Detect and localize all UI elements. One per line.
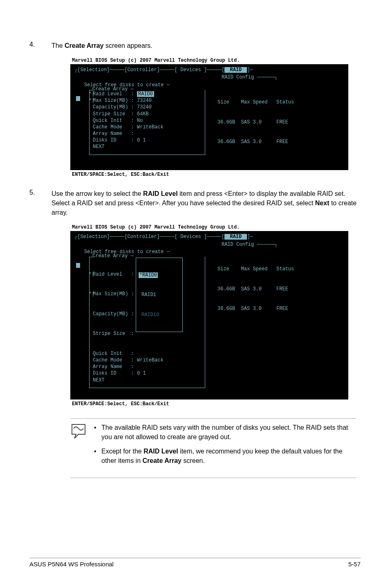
note-list: The available RAID sets vary with the nu…: [94, 423, 356, 471]
page-footer: ASUS P5N64 WS Professional 5-57: [29, 558, 361, 568]
note-icon: [70, 423, 87, 439]
footer-left: ASUS P5N64 WS Professional: [29, 561, 114, 568]
note-item: The available RAID sets vary with the nu…: [94, 423, 356, 442]
bios-screenshot-2: Marvell BIOS Setup (c) 2007 Marvell Tech…: [70, 224, 348, 406]
scrollbar-icon: [76, 263, 80, 268]
capacity-row[interactable]: Capacity(MB) :: [93, 311, 134, 317]
raid-config-label: RAID Config ──────┐: [74, 241, 344, 248]
create-array-panel: Create Array ─ *│Raid Level : *│Max Size…: [74, 253, 205, 388]
raid-level-row[interactable]: *│Raid Level :: [93, 271, 134, 278]
max-size-row[interactable]: *│Max Size(MB) :: [93, 291, 134, 297]
bios-title: Marvell BIOS Setup (c) 2007 Marvell Tech…: [70, 224, 348, 231]
tab-bar: ┌[Selection]─────[Controller]─────[ Devi…: [74, 233, 344, 240]
raid-option-raid0[interactable]: *RAID0: [139, 272, 158, 278]
disk-row[interactable]: 36.6GB SAS 3.0 FREE: [217, 286, 294, 292]
note-block: The available RAID sets vary with the nu…: [70, 418, 356, 478]
raid-level-value[interactable]: RAID0: [137, 91, 154, 97]
scrollbar-icon: [76, 96, 80, 101]
bios-title: Marvell BIOS Setup (c) 2007 Marvell Tech…: [70, 58, 348, 64]
bios-screen: ┌[Selection]─────[Controller]─────[ Devi…: [70, 64, 348, 170]
disk-list-panel: Size Max Speed Status 36.6GB SAS 3.0 FRE…: [205, 86, 294, 159]
disk-header: Size Max Speed Status: [217, 266, 294, 272]
disk-row[interactable]: 36.6GB SAS 3.0 FREE: [217, 139, 294, 145]
step-text: The Create Array screen appears.: [52, 41, 152, 50]
bios-screenshot-1: Marvell BIOS Setup (c) 2007 Marvell Tech…: [70, 58, 348, 177]
step-5: 5. Use the arrow key to select the RAID …: [29, 189, 361, 218]
disk-header: Size Max Speed Status: [217, 99, 294, 105]
step-4: 4. The Create Array screen appears.: [29, 41, 361, 50]
disks-id-row[interactable]: Disks ID : 0 1: [93, 137, 202, 144]
array-name-row[interactable]: Array Name :: [93, 130, 202, 137]
capacity-row[interactable]: Capacity(MB) : 73240: [93, 104, 202, 110]
step-text: Use the arrow key to select the RAID Lev…: [52, 189, 361, 218]
raid-config-label: RAID Config ──────┐: [74, 74, 344, 81]
cache-mode-row[interactable]: Cache Mode : WriteBack: [93, 124, 202, 130]
stripe-size-row[interactable]: Stripe Size :: [93, 330, 134, 337]
tab-bar: ┌[Selection]─────[Controller]─────[ Devi…: [74, 67, 344, 73]
create-array-panel: Create Array ─ *│Raid Level : RAID0 *│Ma…: [74, 86, 205, 159]
cache-mode-row[interactable]: Cache Mode : WriteBack: [93, 357, 202, 364]
create-array-box: *│Raid Level : *│Max Size(MB) : Capacity…: [89, 257, 205, 388]
disk-list-panel: Size Max Speed Status 36.6GB SAS 3.0 FRE…: [205, 253, 294, 388]
bios-screen: ┌[Selection]─────[Controller]─────[ Devi…: [70, 231, 348, 399]
step-number: 4.: [29, 41, 52, 50]
raid-level-dropdown[interactable]: *RAID0 RAID1 RAID10: [136, 258, 183, 332]
bios-footer-hint: ENTER/SPACE:Select, ESC:Back/Exit: [70, 399, 348, 407]
raid-option-raid10[interactable]: RAID10: [139, 312, 180, 318]
quick-init-row[interactable]: Quick Init : No: [93, 117, 202, 124]
disks-id-row[interactable]: Disks ID : 0 1: [93, 370, 202, 377]
note-item: Except for the RAID Level item, we recom…: [94, 447, 356, 465]
disk-row[interactable]: 36.6GB SAS 3.0 FREE: [217, 119, 294, 126]
create-array-box: *│Raid Level : RAID0 *│Max Size(MB) : 73…: [89, 90, 205, 155]
tab-raid[interactable]: RAID: [224, 67, 247, 73]
disk-row[interactable]: 36.6GB SAS 3.0 FREE: [217, 305, 294, 312]
stripe-size-row[interactable]: Stripe Size : 64KB: [93, 111, 202, 117]
next-row[interactable]: NEXT: [93, 377, 202, 384]
raid-option-raid1[interactable]: RAID1: [139, 292, 180, 298]
max-size-row[interactable]: *│Max Size(MB) : 73240: [93, 97, 202, 104]
next-row[interactable]: NEXT: [93, 144, 202, 150]
tab-raid[interactable]: RAID: [224, 234, 247, 240]
footer-right: 5-57: [348, 561, 361, 568]
bios-footer-hint: ENTER/SPACE:Select, ESC:Back/Exit: [70, 170, 348, 177]
raid-level-row[interactable]: *│Raid Level : RAID0: [93, 91, 202, 97]
quick-init-row[interactable]: Quick Init :: [93, 350, 202, 357]
array-name-row[interactable]: Array Name :: [93, 364, 202, 370]
step-number: 5.: [29, 189, 52, 218]
